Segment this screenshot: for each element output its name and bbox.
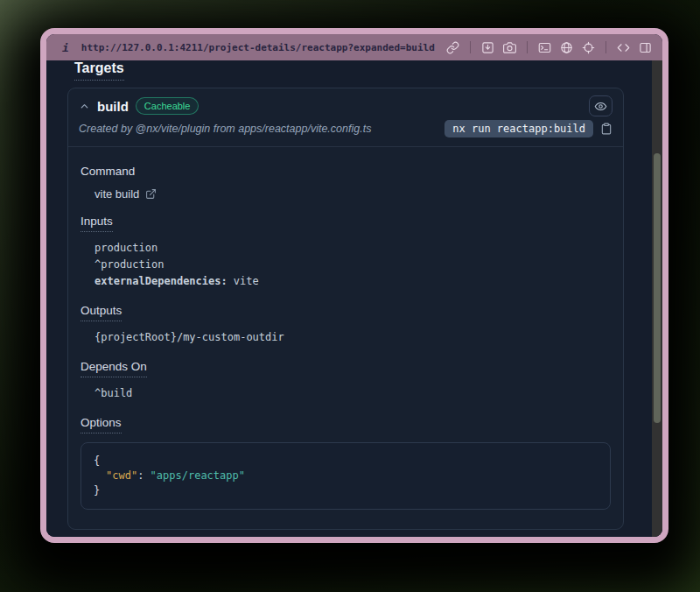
input-item: production <box>94 240 611 257</box>
copy-icon <box>600 123 612 135</box>
split-view-icon[interactable] <box>639 41 652 54</box>
json-line: { <box>94 454 598 469</box>
options-heading: Options <box>80 416 122 433</box>
titlebar-separator <box>606 41 606 53</box>
outputs-list: {projectRoot}/my-custom-outdir <box>94 329 611 346</box>
command-value-row: vite build <box>94 187 611 201</box>
input-item: externalDependencies:vite <box>94 273 611 290</box>
json-line: "cwd": "apps/reactapp" <box>94 469 598 483</box>
options-json-viewer: { "cwd": "apps/reactapp" } <box>80 442 611 510</box>
build-target-card: build Cacheable Created by @nx/vite/plug… <box>67 88 624 530</box>
inputs-heading: Inputs <box>80 215 113 232</box>
build-target-header[interactable]: build Cacheable <box>68 88 623 116</box>
download-icon[interactable] <box>481 41 494 54</box>
depends-on-item: ^build <box>94 385 611 402</box>
outputs-heading: Outputs <box>80 304 122 321</box>
input-value: vite <box>234 275 259 287</box>
titlebar-actions <box>446 41 652 54</box>
camera-icon[interactable] <box>503 41 516 54</box>
build-target-subheader: Created by @nx/vite/plugin from apps/rea… <box>68 116 623 146</box>
targets-heading: Targets <box>74 60 124 81</box>
command-heading: Command <box>80 165 135 178</box>
command-value: vite build <box>94 187 139 201</box>
input-key: externalDependencies: <box>94 275 228 287</box>
view-target-graph-button[interactable] <box>589 95 612 116</box>
address-bar[interactable]: http://127.0.0.1:4211/project-details/re… <box>81 42 435 53</box>
project-details-page: Targets build Cacheable Created by @nx/v… <box>46 60 662 537</box>
eye-icon <box>594 100 607 113</box>
terminal-icon[interactable] <box>538 41 551 54</box>
vertical-scrollbar[interactable] <box>652 60 662 537</box>
build-target-details: Command vite build Inputs production ^pr… <box>68 147 623 529</box>
cacheable-badge: Cacheable <box>136 97 200 115</box>
output-item: {projectRoot}/my-custom-outdir <box>94 329 611 346</box>
globe-icon[interactable] <box>560 41 573 54</box>
titlebar-separator <box>527 41 528 53</box>
link-icon[interactable] <box>446 41 459 54</box>
inputs-list: production ^production externalDependenc… <box>94 240 611 290</box>
scrollbar-thumb[interactable] <box>654 153 661 423</box>
chevron-up-icon[interactable] <box>79 101 90 112</box>
copy-command-button[interactable] <box>600 123 612 135</box>
json-value: "apps/reactapp" <box>150 469 245 482</box>
code-icon[interactable] <box>617 41 630 54</box>
info-icon: i <box>62 41 69 54</box>
json-line: } <box>94 483 598 498</box>
external-link-icon[interactable] <box>145 188 157 200</box>
created-by-text: Created by @nx/vite/plugin from apps/rea… <box>79 123 371 135</box>
run-command-chip: nx run reactapp:build <box>444 120 593 137</box>
crosshair-icon[interactable] <box>582 41 595 54</box>
browser-titlebar: i http://127.0.0.1:4211/project-details/… <box>46 34 662 60</box>
titlebar-separator <box>470 41 471 53</box>
input-item: ^production <box>94 257 611 273</box>
browser-window: i http://127.0.0.1:4211/project-details/… <box>40 28 668 543</box>
depends-on-list: ^build <box>94 385 611 402</box>
target-name: build <box>97 99 129 114</box>
json-key: "cwd" <box>106 469 137 482</box>
depends-on-heading: Depends On <box>80 360 147 377</box>
